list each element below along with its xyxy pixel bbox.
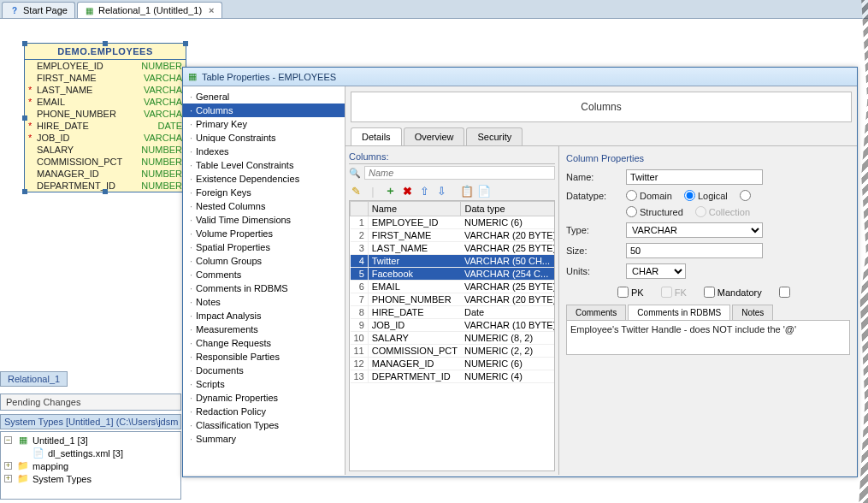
grid-row[interactable]: 3LAST_NAMEVARCHAR (25 BYTE) [351, 242, 556, 255]
grid-row[interactable]: 13DEPARTMENT_IDNUMERIC (4) [351, 370, 556, 383]
nav-item-column-groups[interactable]: Column Groups [183, 254, 345, 268]
close-icon[interactable]: × [209, 5, 214, 15]
nav-item-foreign-keys[interactable]: Foreign Keys [183, 186, 345, 199]
column-toolbar: ✎ | ＋ ✖ ⇧ ⇩ 📋 📄 [349, 181, 555, 200]
grid-row[interactable]: 4TwitterVARCHAR (50 CH... [351, 255, 556, 268]
nav-item-nested-columns[interactable]: Nested Columns [183, 199, 345, 213]
nav-item-impact-analysis[interactable]: Impact Analysis [183, 309, 345, 323]
subview-tab[interactable]: Relational_1 [0, 371, 68, 387]
column-search-input[interactable] [364, 166, 555, 180]
tree-item[interactable]: 📄dl_settings.xml [3] [3, 447, 179, 459]
ctab-rdbms[interactable]: Comments in RDBMS [628, 305, 730, 320]
nav-item-scripts[interactable]: Scripts [183, 377, 345, 391]
nav-item-primary-key[interactable]: Primary Key [183, 117, 345, 131]
grid-row[interactable]: 8HIRE_DATEDate [351, 306, 556, 319]
grid-row[interactable]: 12MANAGER_IDNUMERIC (6) [351, 358, 556, 370]
nav-item-redaction-policy[interactable]: Redaction Policy [183, 405, 345, 418]
dialog-title-bar[interactable]: ▦ Table Properties - EMPLOYEES [183, 68, 857, 86]
binoculars-icon[interactable]: 🔍 [349, 168, 361, 179]
move-up-icon[interactable]: ⇧ [417, 184, 431, 198]
fk-checkbox: FK [661, 287, 687, 298]
add-icon[interactable]: ＋ [383, 184, 397, 198]
nav-item-existence-dependencies[interactable]: Existence Dependencies [183, 172, 345, 186]
tab-details[interactable]: Details [351, 127, 402, 145]
tab-overview[interactable]: Overview [404, 127, 465, 145]
grid-row[interactable]: 10SALARYNUMERIC (8, 2) [351, 332, 556, 345]
nav-item-valid-time-dimensions[interactable]: Valid Time Dimensions [183, 213, 345, 227]
copy-icon[interactable]: 📋 [460, 184, 474, 198]
nav-item-notes[interactable]: Notes [183, 295, 345, 309]
table-icon: ▦ [188, 71, 197, 82]
system-types-path[interactable]: System Types [Untitled_1] (C:\Users\jdsm [0, 414, 181, 429]
columns-grid[interactable]: Name Data type 1EMPLOYEE_IDNUMERIC (6)2F… [349, 200, 555, 471]
size-label: Size: [566, 246, 617, 256]
nav-item-columns[interactable]: Columns [183, 104, 345, 117]
entity-column[interactable]: FIRST_NAMEVARCHA [25, 72, 186, 84]
entity-column[interactable]: COMMISSION_PCTNUMBER [25, 156, 186, 168]
edit-icon[interactable]: ✎ [349, 184, 363, 198]
grid-row[interactable]: 11COMMISSION_PCTNUMERIC (2, 2) [351, 345, 556, 358]
section-banner: Columns [351, 92, 852, 122]
nav-item-classification-types[interactable]: Classification Types [183, 418, 345, 432]
radio-structured[interactable]: Structured [626, 206, 683, 217]
ctab-comments[interactable]: Comments [566, 305, 626, 320]
entity-column[interactable]: EMPLOYEE_IDNUMBER [25, 60, 186, 72]
nav-item-dynamic-properties[interactable]: Dynamic Properties [183, 391, 345, 405]
pk-checkbox[interactable]: PK [617, 287, 644, 298]
grid-row[interactable]: 2FIRST_NAMEVARCHAR (20 BYTE) [351, 229, 556, 242]
column-properties-legend: Column Properties [566, 150, 850, 167]
nav-item-documents[interactable]: Documents [183, 364, 345, 377]
tree-item[interactable]: +📁System Types [3, 472, 179, 485]
grid-header-type[interactable]: Data type [461, 202, 555, 216]
nav-item-indexes[interactable]: Indexes [183, 145, 345, 158]
model-icon: ▦ [85, 5, 95, 15]
nav-item-change-requests[interactable]: Change Requests [183, 336, 345, 350]
delete-icon[interactable]: ✖ [400, 184, 414, 198]
nav-item-spatial-properties[interactable]: Spatial Properties [183, 240, 345, 254]
tab-security[interactable]: Security [466, 127, 523, 145]
pending-changes-header[interactable]: Pending Changes [0, 394, 181, 411]
entity-column[interactable]: *HIRE_DATEDATE [25, 120, 186, 132]
nav-item-comments[interactable]: Comments [183, 268, 345, 281]
grid-row[interactable]: 1EMPLOYEE_IDNUMERIC (6) [351, 216, 556, 229]
entity-column[interactable]: PHONE_NUMBERVARCHA [25, 108, 186, 120]
entity-demo-employees[interactable]: DEMO.EMPLOYEES EMPLOYEE_IDNUMBERFIRST_NA… [24, 43, 186, 192]
grid-row[interactable]: 7PHONE_NUMBERVARCHAR (20 BYTE) [351, 293, 556, 306]
move-down-icon[interactable]: ⇩ [434, 184, 448, 198]
grid-row[interactable]: 5FacebookVARCHAR (254 C... [351, 268, 556, 281]
entity-column[interactable]: SALARYNUMBER [25, 144, 186, 156]
radio-logical[interactable]: Logical [684, 190, 728, 201]
entity-column[interactable]: MANAGER_IDNUMBER [25, 168, 186, 180]
help-icon: ? [9, 5, 20, 15]
paste-icon[interactable]: 📄 [477, 184, 491, 198]
nav-item-general[interactable]: General [183, 90, 345, 104]
tab-start-page[interactable]: ? Start Page [2, 2, 75, 18]
name-label: Name: [566, 172, 617, 182]
tree-item[interactable]: +📁mapping [3, 459, 179, 472]
name-input[interactable] [626, 169, 763, 185]
nav-item-summary[interactable]: Summary [183, 432, 345, 446]
tree-item[interactable]: −▦Untitled_1 [3] [3, 434, 179, 447]
units-select[interactable]: CHAR [626, 263, 686, 279]
comment-text[interactable]: Employee's Twitter Handle - does NOT inc… [566, 321, 850, 355]
radio-more[interactable] [740, 190, 751, 201]
nav-item-unique-constraints[interactable]: Unique Constraints [183, 131, 345, 145]
entity-column[interactable]: *EMAILVARCHA [25, 96, 186, 108]
entity-column[interactable]: *LAST_NAMEVARCHA [25, 84, 186, 96]
ctab-notes[interactable]: Notes [732, 305, 773, 320]
grid-header-name[interactable]: Name [368, 202, 461, 216]
tab-relational[interactable]: ▦ Relational_1 (Untitled_1) × [77, 2, 222, 18]
extra-checkbox[interactable] [779, 287, 790, 298]
nav-item-volume-properties[interactable]: Volume Properties [183, 227, 345, 240]
grid-row[interactable]: 6EMAILVARCHAR (25 BYTE) [351, 281, 556, 293]
radio-domain[interactable]: Domain [626, 190, 672, 201]
size-input[interactable] [626, 243, 763, 258]
entity-column[interactable]: *JOB_IDVARCHA [25, 132, 186, 144]
mandatory-checkbox[interactable]: Mandatory [704, 287, 762, 298]
nav-item-responsible-parties[interactable]: Responsible Parties [183, 350, 345, 364]
nav-item-measurements[interactable]: Measurements [183, 323, 345, 336]
nav-item-table-level-constraints[interactable]: Table Level Constraints [183, 158, 345, 172]
type-select[interactable]: VARCHAR [626, 222, 763, 238]
nav-item-comments-in-rdbms[interactable]: Comments in RDBMS [183, 281, 345, 295]
grid-row[interactable]: 9JOB_IDVARCHAR (10 BYTE) [351, 319, 556, 332]
